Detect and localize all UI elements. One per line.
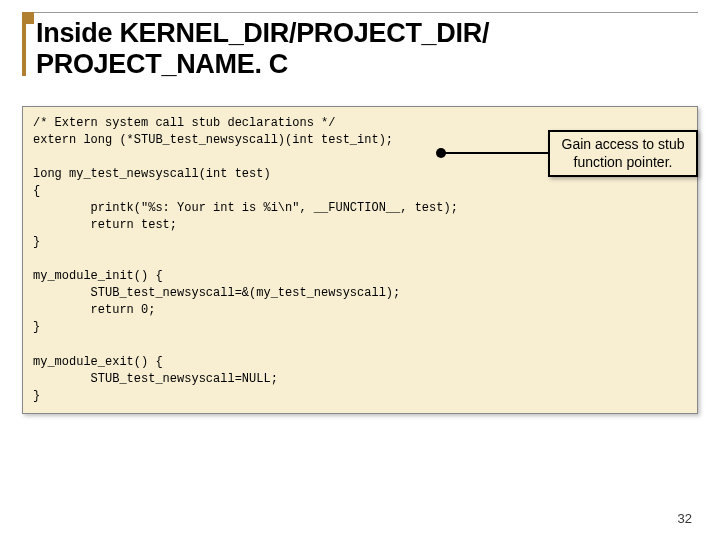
code-line: STUB_test_newsyscall=&(my_test_newsyscal… — [33, 286, 400, 300]
page-number: 32 — [678, 511, 692, 526]
callout-connector — [438, 152, 548, 154]
title-line-2: PROJECT_NAME. C — [36, 49, 288, 79]
code-line: /* Extern system call stub declarations … — [33, 116, 335, 130]
code-line: my_module_init() { — [33, 269, 163, 283]
callout-box: Gain access to stub function pointer. — [548, 130, 698, 177]
header-rule — [34, 12, 698, 13]
slide-title: Inside KERNEL_DIR/PROJECT_DIR/ PROJECT_N… — [36, 18, 720, 80]
code-line: } — [33, 389, 40, 403]
accent-bar — [22, 12, 26, 76]
code-line: } — [33, 320, 40, 334]
code-line: return 0; — [33, 303, 155, 317]
callout-text: Gain access to stub function pointer. — [562, 136, 685, 170]
code-line: return test; — [33, 218, 177, 232]
code-line: extern long (*STUB_test_newsyscall)(int … — [33, 133, 393, 147]
title-line-1: Inside KERNEL_DIR/PROJECT_DIR/ — [36, 18, 489, 48]
code-line: STUB_test_newsyscall=NULL; — [33, 372, 278, 386]
slide-header: Inside KERNEL_DIR/PROJECT_DIR/ PROJECT_N… — [0, 0, 720, 92]
code-line: long my_test_newsyscall(int test) — [33, 167, 271, 181]
code-line: printk("%s: Your int is %i\n", __FUNCTIO… — [33, 201, 458, 215]
code-line: my_module_exit() { — [33, 355, 163, 369]
code-line: { — [33, 184, 40, 198]
code-line: } — [33, 235, 40, 249]
